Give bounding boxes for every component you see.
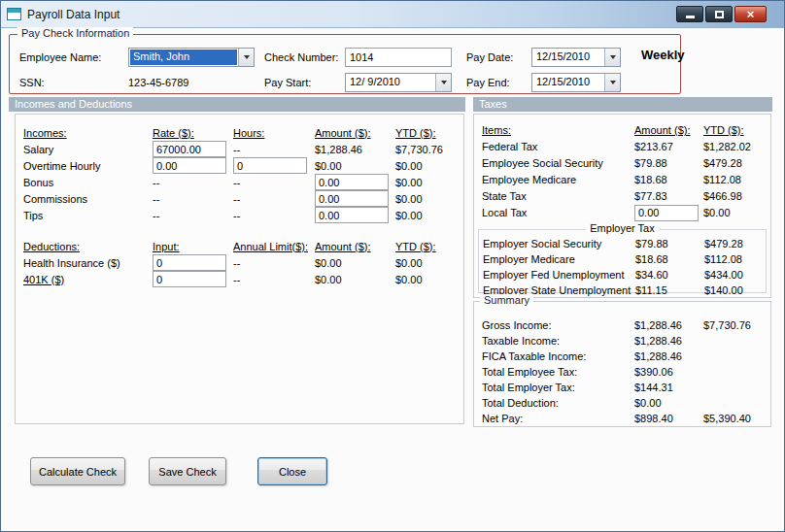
summary-row-total-employee-tax: Total Employee Tax: $390.06 <box>474 364 770 380</box>
row-value: $466.98 <box>703 190 770 202</box>
row-label: Taxable Income: <box>482 335 634 347</box>
col-header: Deductions: <box>23 241 153 252</box>
incomes-header-row: Incomes: Rate ($): Hours: Amount ($): YT… <box>16 124 463 141</box>
incomes-panel: Incomes: Rate ($): Hours: Amount ($): YT… <box>15 114 464 424</box>
row-label: Employer Fed Unemployment <box>483 269 635 281</box>
summary-legend: Summary <box>480 294 533 306</box>
bonus-amount-input[interactable] <box>315 174 389 190</box>
row-value: -- <box>233 177 315 188</box>
row-value: $390.06 <box>634 366 703 378</box>
ssn-value: 123-45-6789 <box>128 77 188 88</box>
close-window-button[interactable]: × <box>734 6 767 22</box>
taxes-panel: Items: Amount ($): YTD ($): Federal Tax … <box>473 114 771 298</box>
row-value: $479.28 <box>703 157 770 169</box>
col-header: Hours: <box>233 127 315 139</box>
pay-end-picker[interactable]: 12/15/2010 <box>531 73 621 92</box>
maximize-button[interactable] <box>705 6 733 22</box>
income-row-overtime: Overtime Hourly $0.00 $0.00 <box>16 157 463 174</box>
row-value: $144.31 <box>634 382 703 393</box>
row-value: $434.00 <box>704 269 766 281</box>
check-number-input[interactable] <box>345 48 452 67</box>
deductions-header-row: Deductions: Input: Annual Limit($): Amou… <box>16 238 463 254</box>
overtime-rate-input[interactable] <box>153 157 226 174</box>
401k-input[interactable] <box>153 271 226 287</box>
income-row-salary: Salary -- $1,288.46 $7,730.76 <box>16 141 463 157</box>
row-value: $479.28 <box>704 238 766 249</box>
row-value: $1,282.02 <box>703 141 770 152</box>
row-value: $112.08 <box>704 253 766 265</box>
employee-name-value: Smith, John <box>130 50 237 65</box>
col-header: YTD ($): <box>395 241 463 252</box>
pay-end-value: 12/15/2010 <box>532 74 604 91</box>
income-row-commissions: Commissions -- -- $0.00 <box>16 190 463 207</box>
row-value: $0.00 <box>395 193 463 205</box>
calculate-check-button[interactable]: Calculate Check <box>30 457 125 485</box>
pay-date-picker[interactable]: 12/15/2010 <box>531 48 621 67</box>
health-insurance-input[interactable] <box>153 254 226 271</box>
row-value: $18.68 <box>634 174 703 185</box>
row-value: $7,730.76 <box>395 144 463 155</box>
ssn-label: SSN: <box>19 77 45 88</box>
employee-name-dropdown-icon[interactable] <box>238 49 254 66</box>
pay-date-label: Pay Date: <box>466 51 513 63</box>
save-check-button[interactable]: Save Check <box>149 457 226 485</box>
row-value: $0.00 <box>703 207 770 218</box>
close-button[interactable]: Close <box>257 457 327 485</box>
tax-row-employer-medicare: Employer Medicare $18.68 $112.08 <box>479 251 766 267</box>
minimize-button[interactable] <box>676 6 703 22</box>
row-label: Employer Medicare <box>483 253 635 265</box>
row-label: State Tax <box>482 190 634 202</box>
pay-start-picker[interactable]: 12/ 9/2010 <box>345 73 452 92</box>
row-value: -- <box>153 210 233 221</box>
row-value: $1,288.46 <box>634 319 703 331</box>
overtime-hours-input[interactable] <box>233 157 307 174</box>
summary-row-net-pay: Net Pay: $898.40 $5,390.40 <box>474 411 770 426</box>
row-value: $0.00 <box>395 274 463 285</box>
pay-start-label: Pay Start: <box>264 77 311 88</box>
row-label: Employer Social Security <box>483 238 635 249</box>
employee-name-select[interactable]: Smith, John <box>128 48 255 67</box>
row-label: Local Tax <box>482 207 634 218</box>
deduction-row-401k: 401K ($) -- $0.00 $0.00 <box>16 271 463 287</box>
row-value: $77.83 <box>634 190 703 202</box>
taxes-section-header: Taxes <box>473 97 772 112</box>
pay-date-dropdown-icon[interactable] <box>604 49 620 66</box>
row-value: $1,288.46 <box>634 350 703 362</box>
row-value: $79.88 <box>634 157 703 169</box>
salary-rate-input[interactable] <box>153 141 226 157</box>
form-body: Pay Check Information Employee Name: Smi… <box>1 28 784 532</box>
paycheck-info-group: Pay Check Information Employee Name: Smi… <box>9 34 681 94</box>
pay-frequency-label: Weekly <box>641 48 685 62</box>
col-header: YTD ($): <box>703 124 770 136</box>
taxes-header-row: Items: Amount ($): YTD ($): <box>474 122 770 138</box>
paycheck-info-legend: Pay Check Information <box>17 27 133 39</box>
local-tax-input[interactable] <box>634 205 699 221</box>
row-label: Total Deduction: <box>482 397 634 409</box>
summary-row-gross: Gross Income: $1,288.46 $7,730.76 <box>474 317 770 333</box>
row-value: -- <box>153 193 233 205</box>
pay-start-dropdown-icon[interactable] <box>435 74 451 91</box>
row-label: Tips <box>23 210 153 221</box>
col-header: Annual Limit($): <box>233 241 315 252</box>
incomes-section-header: Incomes and Deductions <box>9 97 465 112</box>
commissions-amount-input[interactable] <box>315 190 389 207</box>
col-header: Amount ($): <box>315 241 395 252</box>
employer-tax-legend: Employer Tax <box>585 222 659 234</box>
tax-row-state: State Tax $77.83 $466.98 <box>474 188 770 204</box>
payroll-window: Payroll Data Input × Pay Check Informati… <box>0 0 785 532</box>
row-value: $0.00 <box>395 160 463 172</box>
tax-row-employer-ss: Employer Social Security $79.88 $479.28 <box>479 236 766 251</box>
summary-row-total-deduction: Total Deduction: $0.00 <box>474 395 770 411</box>
row-value: $0.00 <box>395 257 463 269</box>
row-label: Net Pay: <box>482 413 634 424</box>
row-value: $1,288.46 <box>634 335 703 347</box>
pay-end-dropdown-icon[interactable] <box>604 74 620 91</box>
deduction-row-health-insurance: Health Insurance ($) -- $0.00 $0.00 <box>16 254 463 271</box>
row-label: FICA Taxable Income: <box>482 350 634 362</box>
titlebar[interactable]: Payroll Data Input × <box>1 1 784 28</box>
row-label: Overtime Hourly <box>23 160 153 172</box>
tax-row-employer-fed-unemployment: Employer Fed Unemployment $34.60 $434.00 <box>479 267 766 283</box>
tips-amount-input[interactable] <box>315 207 389 223</box>
summary-row-total-employer-tax: Total Employer Tax: $144.31 <box>474 380 770 395</box>
401k-link[interactable]: 401K ($) <box>23 274 153 285</box>
